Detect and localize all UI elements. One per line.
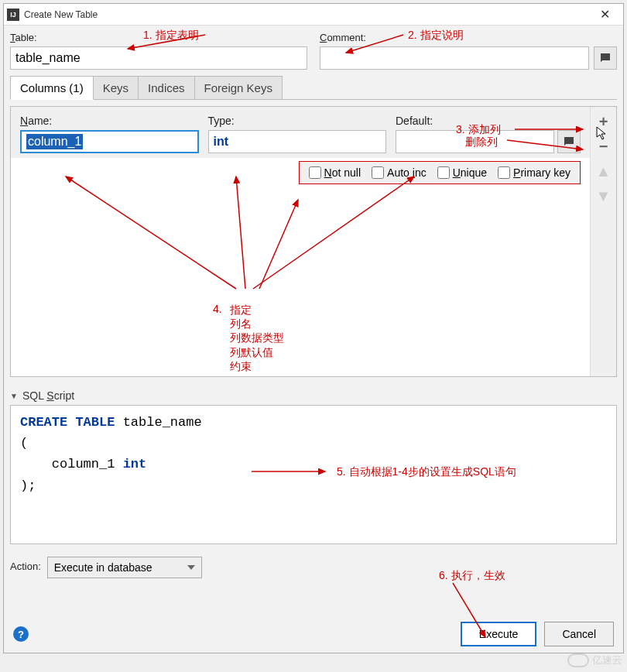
move-down-button[interactable]: ▼ [594, 186, 614, 206]
dialog-window: IJ Create New Table ✕ TTable:able: Comme… [3, 3, 624, 653]
table-name-input[interactable] [10, 46, 307, 70]
columns-pane: Name: column_1 Type: Default: [10, 106, 617, 377]
action-label: Action: [10, 561, 41, 572]
move-up-button[interactable]: ▲ [594, 161, 614, 181]
not-null-checkbox[interactable]: Not null [309, 166, 361, 179]
column-side-buttons: + − ▲ ▼ [590, 107, 616, 376]
column-name-input[interactable]: column_1 [20, 130, 199, 153]
watermark: 亿速云 [567, 653, 622, 667]
action-select[interactable]: Execute in database [47, 557, 202, 578]
constraint-checks: Not null Auto inc Unique Primary key [299, 161, 581, 184]
auto-inc-checkbox[interactable]: Auto inc [372, 166, 427, 179]
tabs: Columns (1) Keys Indices Foreign Keys [10, 76, 617, 100]
cancel-button[interactable]: Cancel [544, 622, 614, 646]
close-button[interactable]: ✕ [589, 4, 620, 26]
collapse-icon: ▼ [10, 392, 18, 400]
mouse-cursor-icon [596, 126, 608, 140]
execute-button[interactable]: Execute [461, 622, 537, 646]
dialog-body: TTable:able: Comment: Columns (1) Keys I… [4, 26, 623, 653]
titlebar: IJ Create New Table ✕ [4, 4, 623, 26]
type-label: Type: [208, 115, 387, 127]
action-row: Action: Execute in database [10, 557, 617, 578]
column-default-input[interactable] [396, 130, 554, 153]
primary-key-checkbox[interactable]: Primary key [498, 166, 570, 179]
default-expand-button[interactable] [557, 130, 581, 153]
sql-script-box[interactable]: CREATE TABLE table_name ( column_1 int )… [10, 405, 617, 544]
column-type-input[interactable] [208, 130, 387, 153]
cloud-icon [567, 653, 589, 667]
comment-expand-button[interactable] [594, 46, 617, 70]
comment-label: Comment: [320, 32, 617, 43]
tab-foreign-keys[interactable]: Foreign Keys [194, 76, 283, 99]
tab-keys[interactable]: Keys [93, 76, 139, 99]
help-button[interactable]: ? [13, 626, 29, 642]
app-icon: IJ [7, 9, 19, 21]
action-selected-value: Execute in database [54, 561, 152, 574]
window-title: Create New Table [24, 9, 589, 20]
tab-columns[interactable]: Columns (1) [10, 76, 94, 100]
unique-checkbox[interactable]: Unique [437, 166, 487, 179]
comment-input[interactable] [320, 46, 589, 70]
dialog-footer: ? Execute Cancel [10, 614, 617, 650]
tab-indices[interactable]: Indices [138, 76, 195, 99]
name-label: Name: [20, 115, 199, 127]
sql-script-header[interactable]: ▼ SQL Script [10, 386, 617, 405]
table-label: TTable:able: [10, 32, 307, 43]
default-label: Default: [396, 115, 581, 127]
